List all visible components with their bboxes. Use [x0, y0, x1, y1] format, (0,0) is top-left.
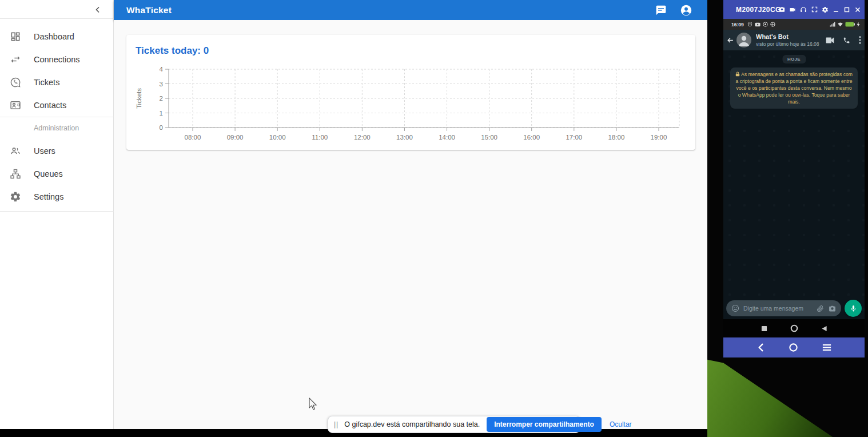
sidebar-item-label: Settings	[34, 192, 63, 201]
stop-sharing-button[interactable]: Interromper compartilhamento	[487, 417, 602, 432]
wifi-icon	[837, 22, 843, 27]
contact-name: What's Bot	[756, 33, 819, 40]
svg-text:19:00: 19:00	[651, 134, 667, 141]
attach-paperclip-icon[interactable]	[817, 305, 824, 312]
voice-record-button[interactable]	[845, 300, 862, 317]
wallpaper-leaf	[707, 355, 868, 437]
whatsapp-icon	[9, 76, 22, 89]
account-menu-button[interactable]	[680, 4, 692, 17]
encryption-notice-text: As mensagens e as chamadas são protegida…	[736, 71, 853, 105]
svg-text:09:00: 09:00	[227, 134, 244, 141]
sidebar-item-label: Contacts	[34, 101, 66, 110]
android-nav-bar	[723, 319, 865, 337]
collapse-sidebar-button[interactable]	[91, 3, 105, 17]
battery-icon	[845, 22, 855, 27]
message-input-row: Digite uma mensagem	[726, 300, 862, 317]
sidebar-item-label: Queues	[34, 169, 63, 178]
contact-info[interactable]: What's Bot visto por último hoje às 16:0…	[756, 33, 819, 47]
sidebar-item-contacts[interactable]: Contacts	[0, 94, 114, 117]
chevron-left-icon	[94, 6, 102, 14]
home-button[interactable]	[790, 324, 798, 332]
nav-back-button[interactable]	[757, 343, 765, 352]
svg-text:13:00: 13:00	[396, 134, 413, 141]
svg-text:18:00: 18:00	[608, 134, 625, 141]
svg-text:4: 4	[160, 66, 164, 73]
back-arrow-icon[interactable]	[726, 37, 734, 44]
svg-text:3: 3	[160, 81, 163, 88]
svg-text:15:00: 15:00	[481, 134, 497, 141]
sidebar-item-label: Connections	[34, 55, 80, 64]
share-message: O gifcap.dev está compartilhando sua tel…	[344, 420, 480, 428]
sidebar-item-label: Tickets	[34, 78, 59, 87]
sidebar-section-administration: Administration	[34, 124, 79, 132]
sidebar-item-label: Users	[34, 146, 55, 156]
app-circle-icon	[763, 22, 768, 27]
account-circle-icon	[680, 4, 692, 17]
sidebar-header	[0, 0, 114, 19]
people-icon	[9, 144, 22, 158]
signal-icon	[830, 22, 835, 27]
whatsapp-header: What's Bot visto por último hoje às 16:0…	[723, 30, 865, 50]
sidebar-item-users[interactable]: Users	[0, 140, 114, 162]
sidebar-item-label: Dashboard	[34, 32, 74, 41]
screen-share-bar: || O gifcap.dev está compartilhando sua …	[328, 416, 580, 433]
video-call-button[interactable]	[826, 37, 834, 44]
svg-text:2: 2	[160, 95, 163, 102]
contact-card-icon	[9, 98, 22, 112]
sidebar: Dashboard Connections Tickets	[0, 0, 114, 429]
app-title: WhaTicket	[126, 5, 172, 15]
svg-text:10:00: 10:00	[269, 134, 286, 141]
svg-text:14:00: 14:00	[439, 134, 455, 141]
tickets-chart: 0123408:0009:0010:0011:0012:0013:0014:00…	[133, 63, 691, 146]
screenshot-camera-button[interactable]	[778, 6, 785, 13]
record-video-button[interactable]	[789, 6, 796, 13]
mic-icon	[850, 305, 857, 312]
app-circle-icon	[770, 22, 775, 27]
svg-text:17:00: 17:00	[566, 134, 582, 141]
more-options-button[interactable]	[859, 36, 861, 44]
status-time: 16:09	[731, 22, 744, 27]
gear-icon	[9, 190, 22, 204]
sidebar-item-dashboard[interactable]: Dashboard	[0, 25, 114, 48]
nav-home-button[interactable]	[789, 343, 798, 352]
back-button[interactable]	[821, 325, 827, 332]
chat-messages-button[interactable]	[655, 4, 667, 17]
sidebar-divider	[0, 211, 114, 212]
hide-link[interactable]: Ocultar	[610, 420, 632, 428]
sidebar-item-queues[interactable]: Queues	[0, 162, 114, 185]
nav-menu-button[interactable]	[822, 344, 831, 351]
sidebar-item-tickets[interactable]: Tickets	[0, 71, 114, 94]
sidebar-item-connections[interactable]: Connections	[0, 48, 114, 71]
recents-button[interactable]	[761, 325, 767, 332]
voice-call-button[interactable]	[843, 37, 850, 44]
charging-bolt-icon	[857, 22, 860, 27]
whatsapp-chat-area: HOJE As mensagens e as chamadas são prot…	[723, 50, 865, 319]
minimize-window-button[interactable]	[833, 6, 839, 13]
contact-avatar[interactable]	[736, 33, 751, 47]
maximize-window-button[interactable]	[843, 6, 850, 13]
svg-text:Tickets: Tickets	[136, 88, 142, 109]
main-content: Tickets today: 0 0123408:0009:0010:0011:…	[114, 20, 707, 429]
svg-text:08:00: 08:00	[185, 134, 201, 141]
drag-handle-icon[interactable]: ||	[334, 420, 339, 428]
emoji-icon[interactable]	[731, 304, 739, 312]
message-input[interactable]: Digite uma mensagem	[726, 300, 841, 316]
mouse-cursor	[309, 398, 318, 411]
settings-gear-button[interactable]	[822, 6, 829, 13]
date-chip: HOJE	[782, 55, 806, 63]
message-placeholder: Digite uma mensagem	[743, 305, 812, 312]
svg-text:11:00: 11:00	[312, 134, 328, 141]
whaticket-app: Dashboard Connections Tickets	[0, 0, 707, 429]
camera-icon[interactable]	[829, 305, 836, 312]
close-window-button[interactable]	[854, 6, 861, 13]
phone-window: M2007J20CG	[723, 0, 865, 357]
sidebar-item-settings[interactable]: Settings	[0, 185, 114, 208]
svg-text:1: 1	[160, 110, 163, 117]
svg-text:0: 0	[160, 124, 163, 131]
svg-text:12:00: 12:00	[354, 134, 371, 141]
chat-icon	[655, 5, 667, 16]
encryption-notice[interactable]: As mensagens e as chamadas são protegida…	[730, 67, 858, 109]
fullscreen-button[interactable]	[811, 6, 818, 13]
phone-titlebar[interactable]: M2007J20CG	[723, 0, 865, 19]
audio-headphones-button[interactable]	[800, 6, 807, 13]
